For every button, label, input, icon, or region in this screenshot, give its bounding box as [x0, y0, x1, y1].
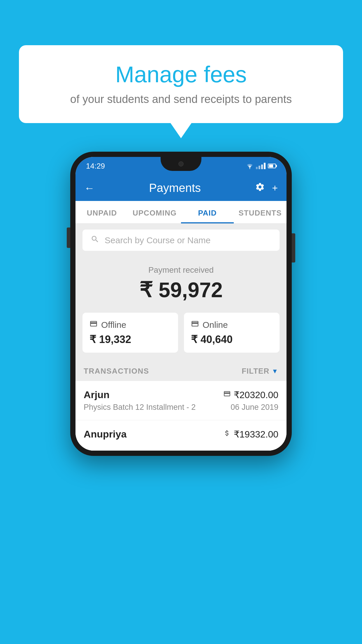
offline-icon	[89, 320, 98, 330]
tab-paid[interactable]: PAID	[181, 201, 234, 223]
filter-icon: ▼	[272, 368, 278, 375]
status-icons	[246, 163, 276, 169]
wifi-icon	[246, 163, 254, 169]
transaction-top: Anupriya ₹19332.00	[84, 428, 278, 440]
transaction-course: Physics Batch 12 Installment - 2	[84, 403, 196, 412]
offline-amount: ₹ 19,332	[89, 333, 171, 346]
transaction-name: Arjun	[84, 389, 110, 400]
phone-container: 14:29	[70, 152, 292, 456]
back-button[interactable]: ←	[84, 182, 95, 194]
search-input[interactable]: Search by Course or Name	[105, 235, 211, 245]
notch	[161, 157, 201, 171]
nav-title: Payments	[149, 181, 201, 195]
online-payment-type-icon	[223, 390, 231, 400]
offline-card: Offline ₹ 19,332	[82, 313, 178, 353]
speech-bubble: Manage fees of your students and send re…	[19, 45, 343, 123]
transaction-row[interactable]: Anupriya ₹19332.00	[75, 420, 287, 451]
offline-payment-type-icon	[223, 429, 231, 439]
tab-students[interactable]: STUDENTS	[234, 201, 287, 223]
tab-unpaid[interactable]: UNPAID	[75, 201, 128, 223]
transaction-date: 06 June 2019	[231, 403, 278, 412]
online-label: Online	[203, 320, 228, 330]
transactions-label: TRANSACTIONS	[84, 367, 149, 376]
status-bar: 14:29	[75, 157, 287, 175]
transaction-row[interactable]: Arjun ₹20320.00 Physics Batch 12 Install…	[75, 381, 287, 420]
transactions-header: TRANSACTIONS FILTER ▼	[75, 361, 287, 381]
offline-label: Offline	[101, 320, 126, 330]
phone-screen: 14:29	[75, 157, 287, 451]
speech-bubble-title: Manage fees	[36, 61, 326, 88]
speech-bubble-subtitle: of your students and send receipts to pa…	[36, 93, 326, 106]
transaction-top: Arjun ₹20320.00	[84, 389, 278, 400]
payment-amount: ₹ 59,972	[82, 278, 280, 302]
speech-bubble-container: Manage fees of your students and send re…	[19, 45, 343, 123]
cash-icon	[223, 429, 231, 437]
online-icon	[191, 320, 199, 330]
online-card: Online ₹ 40,640	[184, 313, 280, 353]
settings-button[interactable]	[255, 182, 265, 194]
filter-button[interactable]: FILTER ▼	[242, 367, 278, 376]
search-section: Search by Course or Name	[75, 224, 287, 257]
filter-label: FILTER	[242, 367, 269, 376]
transaction-amount-wrap: ₹19332.00	[223, 429, 278, 440]
card-icon	[223, 390, 231, 398]
svg-point-0	[249, 168, 250, 169]
battery-icon	[268, 164, 276, 168]
add-button[interactable]: +	[272, 182, 278, 194]
online-amount: ₹ 40,640	[191, 333, 273, 346]
transaction-bottom: Physics Batch 12 Installment - 2 06 June…	[84, 403, 278, 412]
transaction-amount: ₹19332.00	[234, 429, 278, 440]
tab-upcoming[interactable]: UPCOMING	[128, 201, 181, 223]
offline-payment-icon	[89, 320, 98, 328]
search-magnifier-icon	[91, 235, 99, 244]
transaction-name: Anupriya	[84, 428, 126, 440]
transaction-amount-wrap: ₹20320.00	[223, 389, 278, 400]
online-payment-icon	[191, 320, 199, 328]
transaction-amount: ₹20320.00	[234, 389, 278, 400]
nav-bar: ← Payments +	[75, 175, 287, 201]
online-card-top: Online	[191, 320, 273, 330]
phone-outer: 14:29	[70, 152, 292, 456]
search-bar[interactable]: Search by Course or Name	[82, 230, 280, 251]
payment-cards: Offline ₹ 19,332 Online ₹ 40,640	[75, 313, 287, 361]
camera	[178, 161, 184, 167]
search-icon	[91, 235, 99, 246]
gear-icon	[255, 182, 265, 192]
nav-icons: +	[255, 182, 278, 194]
offline-card-top: Offline	[89, 320, 171, 330]
payment-received-section: Payment received ₹ 59,972	[75, 257, 287, 313]
status-time: 14:29	[86, 162, 105, 171]
payment-label: Payment received	[82, 265, 280, 275]
tabs-bar: UNPAID UPCOMING PAID STUDENTS	[75, 201, 287, 224]
signal-icon	[256, 163, 266, 169]
